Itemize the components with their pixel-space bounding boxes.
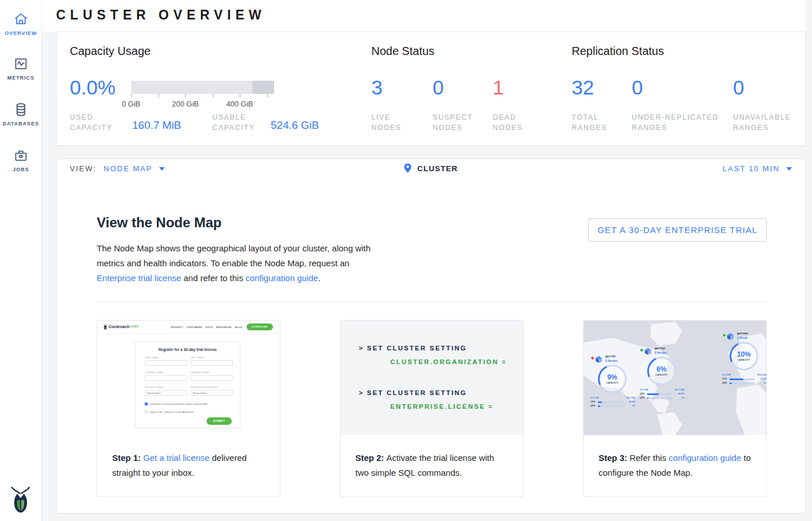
view-bar: VIEW: NODE MAP CLUSTER LAST 10 MIN [56, 159, 806, 177]
cpu-label: CPU [640, 393, 644, 395]
gauge-tick [267, 94, 268, 97]
mini-site-input [145, 375, 187, 381]
mini-site-nav-item: BLOG [235, 326, 242, 329]
bottom-strip [42, 514, 812, 521]
briefcase-icon [0, 148, 42, 163]
gauge-tick [213, 94, 213, 97]
capacity-percent: 6% [649, 365, 674, 373]
gauge-tick-label: 200 GiB [172, 100, 199, 108]
cpu-label: CPU [722, 378, 727, 380]
total-ranges-value: 32 [572, 77, 594, 98]
node-map-preview-image: geo=sfo 2 Nodes 9% CAPACITY 3.2 GiB331 G… [584, 321, 766, 435]
mini-site-field-label: PROJECT PHASE [145, 386, 187, 389]
page-title: CLUSTER OVERVIEW [56, 7, 266, 23]
description-line: The Node Map shows the geographical layo… [97, 241, 371, 256]
qps-label: QPS [591, 405, 595, 407]
sidebar-item-label: OVERVIEW [0, 30, 42, 36]
unavailable-ranges-value: 0 [733, 77, 744, 98]
dead-nodes-label: DEAD NODES [493, 112, 534, 133]
checked-checkbox-icon [145, 402, 148, 405]
mini-site-form-title: Register for a 30-day trial license [136, 348, 240, 352]
mini-site-submit-button: SUBMIT [207, 417, 232, 425]
replication-status-title: Replication Status [572, 45, 664, 58]
mini-site-field-label: COMPANY NAME [145, 372, 187, 374]
usable-capacity-label: USABLE CAPACITY [212, 112, 270, 133]
usable-capacity: 43.7 GiB [675, 388, 684, 391]
capacity-donut: 6% CAPACITY [647, 357, 676, 385]
qps-bar [730, 382, 755, 384]
configuration-guide-link[interactable]: configuration guide [669, 453, 742, 463]
qps-bar [647, 397, 672, 399]
node-count: 1 Node [737, 336, 747, 340]
description-text: and refer to this [181, 273, 246, 283]
capacity-percent: 9% [600, 373, 625, 381]
mini-site-logo-text: Cockroach [109, 325, 129, 329]
step-3-card: geo=sfo 2 Nodes 9% CAPACITY 3.2 GiB331 G… [583, 320, 767, 497]
cockroach-labs-logo-icon [9, 484, 33, 514]
qps-bar [598, 405, 623, 407]
total-ranges-label: TOTAL RANGES [572, 112, 619, 133]
mini-site-license-link: Software License Agreement. [164, 411, 194, 413]
used-capacity: 3.6 GiB [722, 373, 730, 376]
capacity-percent: 0.0% [70, 77, 116, 98]
code-line: ENTERPRISE.LICENSE = [390, 403, 493, 410]
node-count: 2 Nodes [655, 351, 667, 354]
capacity-gauge [131, 81, 274, 94]
mini-site-checkbox-label: I agree to the [149, 411, 163, 413]
description-text: . [318, 273, 320, 283]
time-range-value: LAST 10 MIN [723, 164, 780, 173]
sidebar-item-overview[interactable]: OVERVIEW [0, 11, 42, 36]
node-cube-icon [644, 347, 652, 357]
sidebar-item-jobs[interactable]: JOBS [0, 148, 42, 172]
time-range-selector[interactable]: LAST 10 MIN [723, 159, 792, 177]
description-line: metrics and health indicators. To enable… [97, 256, 371, 271]
enterprise-trial-button[interactable]: GET A 30-DAY ENTERPRISE TRIAL [588, 218, 767, 242]
qps-value: 0.0 [682, 397, 684, 399]
mini-site-select: Please Select [145, 390, 187, 396]
sidebar-item-label: JOBS [0, 167, 42, 172]
live-status-dot-icon [640, 348, 644, 352]
suspect-nodes-label: SUSPECT NODES [433, 112, 480, 133]
qps-value: 6.4 [764, 382, 766, 384]
cpu-value: 42.5% [678, 393, 684, 395]
mini-site-field-label: REASON FOR INTEREST [191, 386, 233, 389]
capacity-label: CAPACITY [731, 359, 756, 361]
trial-license-site-screenshot: Cockroach LABS PRODUCT CUSTOMERS DOCS RE… [97, 321, 280, 435]
step-2-card: > SET CLUSTER SETTING CLUSTER.ORGANIZATI… [340, 320, 524, 497]
live-status-dot-icon [722, 333, 726, 337]
enterprise-trial-license-link[interactable]: Enterprise trial license [97, 273, 181, 283]
used-capacity-value: 160.7 MiB [132, 119, 181, 132]
chevron-down-icon [786, 167, 792, 171]
locality-name: geo=ams [737, 332, 748, 335]
mini-site-nav-item: RESOURCES [216, 326, 232, 329]
under-replicated-ranges-label: UNDER-REPLICATED RANGES [632, 112, 726, 133]
live-nodes-label: LIVE NODES [371, 112, 413, 133]
step-3-caption: Step 3: Refer this configuration guide t… [584, 435, 766, 480]
cluster-breadcrumb: CLUSTER [57, 159, 805, 177]
locality-name: geo=sfo [605, 355, 615, 358]
mini-site-input [191, 375, 233, 381]
node-map-section: View the Node Map The Node Map shows the… [56, 177, 806, 514]
configuration-guide-link[interactable]: configuration guide [245, 273, 318, 283]
get-trial-license-link[interactable]: Get a trial license [143, 453, 209, 463]
gauge-tick [240, 94, 240, 97]
suspect-nodes-value: 0 [433, 77, 443, 98]
usable-capacity-value: 524.6 GiB [271, 119, 319, 132]
qps-label: QPS [640, 397, 644, 399]
mini-site-field-label: LAST NAME [191, 357, 233, 359]
metrics-icon [0, 56, 42, 72]
mini-site-header: Cockroach LABS PRODUCT CUSTOMERS DOCS RE… [97, 321, 280, 334]
step-2-caption: Step 2: Activate the trial license with … [340, 435, 523, 480]
qps-value: 4.7 [632, 405, 635, 407]
node-cube-icon [595, 355, 603, 365]
capacity-usage-title: Capacity Usage [70, 45, 150, 58]
cluster-summary-panel: Capacity Usage 0.0% 0 GiB 200 GiB 400 Gi… [56, 31, 806, 146]
sidebar-item-databases[interactable]: DATABASES [0, 102, 42, 127]
cpu-bar [730, 378, 755, 380]
home-icon [0, 11, 42, 27]
mini-site-download-button: DOWNLOAD [247, 323, 273, 330]
node-status-title: Node Status [371, 45, 434, 58]
sql-commands-snippet: > SET CLUSTER SETTING CLUSTER.ORGANIZATI… [340, 321, 523, 435]
mini-site-checkbox-label: I would like to receive email updates ab… [149, 402, 208, 405]
sidebar-item-metrics[interactable]: METRICS [0, 56, 42, 81]
